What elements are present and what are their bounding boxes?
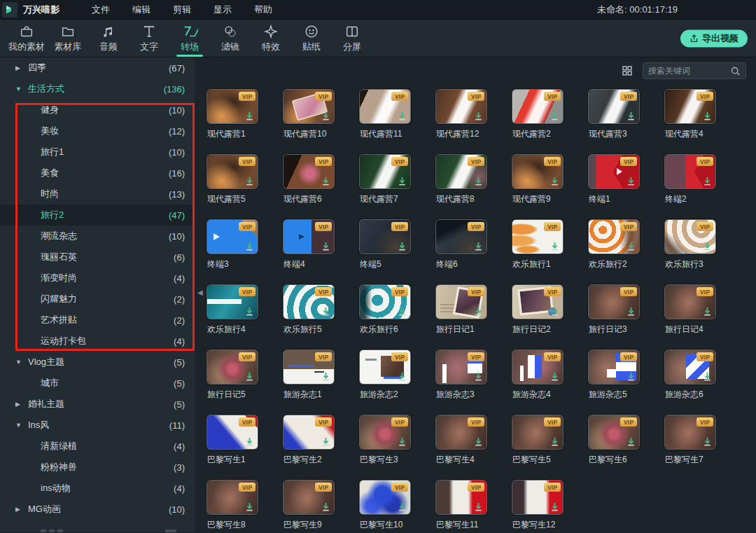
tab-文字[interactable]: 文字 xyxy=(129,20,169,57)
transition-thumbnail-巴黎写生6[interactable]: VIP xyxy=(589,415,639,449)
transition-thumbnail-现代露营10[interactable]: VIP xyxy=(284,90,334,123)
download-icon[interactable] xyxy=(626,436,636,447)
export-video-button[interactable]: 导出视频 xyxy=(680,29,748,47)
transition-thumbnail-旅行日记2[interactable]: VIP xyxy=(512,285,563,319)
tab-音频[interactable]: 音频 xyxy=(88,20,129,57)
transition-thumbnail-终端2[interactable]: VIP xyxy=(665,155,715,188)
transition-thumbnail-欢乐旅行5[interactable]: VIP xyxy=(284,285,334,319)
download-icon[interactable] xyxy=(473,241,484,251)
transition-thumbnail-旅行日记4[interactable]: VIP xyxy=(665,285,715,319)
download-icon[interactable] xyxy=(473,111,484,121)
download-icon[interactable] xyxy=(244,176,255,186)
download-icon[interactable] xyxy=(397,501,407,512)
menu-item[interactable]: 剪辑 xyxy=(162,0,202,20)
download-icon[interactable] xyxy=(550,241,560,251)
download-icon[interactable] xyxy=(702,111,713,121)
download-icon[interactable] xyxy=(397,176,407,186)
download-icon[interactable] xyxy=(244,111,255,121)
menu-item[interactable]: 帮助 xyxy=(243,0,284,20)
transition-thumbnail-巴黎写生9[interactable]: VIP xyxy=(284,480,334,514)
transition-thumbnail-巴黎写生8[interactable]: VIP xyxy=(207,480,258,514)
transition-thumbnail-现代露营3[interactable]: VIP xyxy=(589,90,639,123)
transition-thumbnail-现代露营5[interactable]: VIP xyxy=(207,155,258,188)
sidebar-item-旅行1[interactable]: 旅行1(10) xyxy=(0,141,195,162)
download-icon[interactable] xyxy=(626,306,636,317)
transition-thumbnail-现代露营4[interactable]: VIP xyxy=(665,90,715,123)
transition-thumbnail-巴黎写生2[interactable]: VIP xyxy=(284,415,334,449)
download-icon[interactable] xyxy=(397,306,407,317)
transition-thumbnail-巴黎写生3[interactable]: VIP xyxy=(360,415,410,449)
download-icon[interactable] xyxy=(626,111,636,121)
tab-特效[interactable]: 特效 xyxy=(251,20,291,57)
transition-thumbnail-旅游杂志3[interactable]: VIP xyxy=(436,350,486,384)
menu-item[interactable]: 编辑 xyxy=(121,0,162,20)
tab-滤镜[interactable]: 滤镜 xyxy=(210,20,251,57)
download-icon[interactable] xyxy=(473,306,484,317)
sidebar-item-四季[interactable]: ▶四季(67) xyxy=(0,57,195,78)
menu-item[interactable]: 文件 xyxy=(80,0,121,20)
sidebar-collapse-icon[interactable]: ◀ xyxy=(197,289,203,296)
download-icon[interactable] xyxy=(321,241,331,251)
sidebar-item-生活方式[interactable]: ▼生活方式(136) xyxy=(0,78,195,99)
transition-thumbnail-欢乐旅行2[interactable]: VIP xyxy=(589,220,639,254)
transition-thumbnail-旅游杂志1[interactable]: VIP xyxy=(284,350,334,384)
transition-thumbnail-现代露营9[interactable]: VIP xyxy=(512,155,563,188)
download-icon[interactable] xyxy=(244,241,255,251)
transition-thumbnail-巴黎写生10[interactable]: VIP xyxy=(360,480,410,514)
download-icon[interactable] xyxy=(550,501,560,512)
download-icon[interactable] xyxy=(473,436,484,447)
download-icon[interactable] xyxy=(473,501,484,512)
transition-thumbnail-欢乐旅行4[interactable]: VIP xyxy=(207,285,258,319)
download-icon[interactable] xyxy=(550,111,560,121)
sidebar-item-闪耀魅力[interactable]: 闪耀魅力(2) xyxy=(0,289,195,310)
sidebar-item-ins动物[interactable]: ins动物(4) xyxy=(0,478,195,499)
download-icon[interactable] xyxy=(626,241,636,251)
transition-thumbnail-旅游杂志6[interactable]: VIP xyxy=(665,350,715,384)
chevron-down-icon[interactable]: ▼ xyxy=(15,85,28,92)
transition-thumbnail-终端4[interactable]: VIP xyxy=(284,220,334,254)
transition-thumbnail-旅游杂志4[interactable]: VIP xyxy=(512,350,563,384)
download-icon[interactable] xyxy=(321,436,331,447)
transition-thumbnail-终端5[interactable]: VIP xyxy=(360,220,410,254)
search-input[interactable] xyxy=(648,66,730,76)
sidebar-item-运动打卡包[interactable]: 运动打卡包(4) xyxy=(0,331,195,352)
download-icon[interactable] xyxy=(473,176,484,186)
download-icon[interactable] xyxy=(550,306,560,317)
transition-thumbnail-旅游杂志5[interactable]: VIP xyxy=(589,350,639,384)
download-icon[interactable] xyxy=(702,176,713,186)
sidebar-item-潮流杂志[interactable]: 潮流杂志(10) xyxy=(0,226,195,247)
transition-thumbnail-巴黎写生4[interactable]: VIP xyxy=(436,415,486,449)
tab-贴纸[interactable]: 贴纸 xyxy=(291,20,332,57)
transition-thumbnail-欢乐旅行1[interactable]: VIP xyxy=(512,220,563,254)
transition-thumbnail-现代露营8[interactable]: VIP xyxy=(436,155,486,188)
sidebar-item-MG动画[interactable]: ▶MG动画(10) xyxy=(0,499,195,520)
transition-thumbnail-旅游杂志2[interactable]: VIP xyxy=(360,350,410,384)
sidebar-item-旅行2[interactable]: 旅行2(47) xyxy=(0,205,195,226)
download-icon[interactable] xyxy=(321,306,331,317)
download-icon[interactable] xyxy=(321,371,331,382)
sidebar-item-渐变时尚[interactable]: 渐变时尚(4) xyxy=(0,268,195,289)
download-icon[interactable] xyxy=(550,176,560,186)
download-icon[interactable] xyxy=(626,176,636,186)
transition-thumbnail-旅行日记1[interactable]: VIP xyxy=(436,285,486,319)
download-icon[interactable] xyxy=(397,436,407,447)
sidebar-item-城市[interactable]: 城市(5) xyxy=(0,373,195,394)
download-icon[interactable] xyxy=(397,371,407,382)
download-icon[interactable] xyxy=(397,241,407,251)
sidebar-item-美妆[interactable]: 美妆(12) xyxy=(0,120,195,141)
transition-thumbnail-终端6[interactable]: VIP xyxy=(436,220,486,254)
grid-view-icon[interactable] xyxy=(622,65,633,76)
transition-thumbnail-终端1[interactable]: VIP xyxy=(589,155,639,188)
download-icon[interactable] xyxy=(702,371,713,382)
chevron-right-icon[interactable]: ▶ xyxy=(15,64,28,71)
sidebar-item-清新绿植[interactable]: 清新绿植(4) xyxy=(0,436,195,457)
chevron-down-icon[interactable]: ▼ xyxy=(15,359,28,366)
transition-thumbnail-欢乐旅行3[interactable]: VIP xyxy=(665,220,715,254)
sidebar-item-健身[interactable]: 健身(10) xyxy=(0,99,195,120)
transition-thumbnail-旅行日记3[interactable]: VIP xyxy=(589,285,639,319)
transition-thumbnail-巴黎写生12[interactable]: VIP xyxy=(512,480,563,514)
download-icon[interactable] xyxy=(244,436,255,447)
sidebar-item-Ins风[interactable]: ▼Ins风(11) xyxy=(0,415,195,436)
app-logo-icon[interactable] xyxy=(2,2,18,18)
sidebar-item-艺术拼贴[interactable]: 艺术拼贴(2) xyxy=(0,310,195,331)
